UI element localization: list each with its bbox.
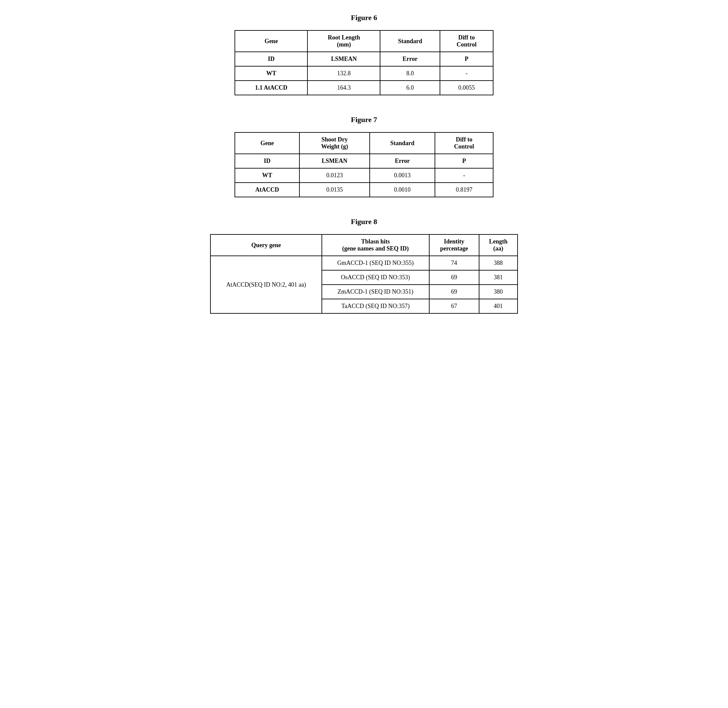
figure7-header-row2: ID LSMEAN Error P: [235, 154, 493, 168]
fig6-col1-h2: ID: [235, 52, 308, 66]
fig7-col2-h1: Shoot DryWeight (g): [299, 132, 370, 154]
fig8-identity1: 74: [429, 256, 479, 270]
fig8-length3: 380: [479, 284, 517, 299]
fig6-col1-h1: Gene: [235, 30, 308, 52]
fig8-identity4: 67: [429, 299, 479, 313]
figure6-table: Gene Root Length(mm) Standard Diff toCon…: [234, 30, 494, 95]
fig8-query-gene: AtACCD(SEQ ID NO:2, 401 aa): [211, 256, 322, 313]
fig7-col4-h2: P: [435, 154, 493, 168]
fig8-hit1: GmACCD-1 (SEQ ID NO:355): [322, 256, 429, 270]
fig8-hit2: OsACCD (SEQ ID NO:353): [322, 270, 429, 284]
figure8-section: Figure 8 Query gene Tblasn hits(gene nam…: [202, 218, 526, 314]
fig8-col2-header: Tblasn hits(gene names and SEQ ID): [322, 234, 429, 256]
fig6-col3-h2: Error: [380, 52, 440, 66]
fig7-col4-h1: Diff toControl: [435, 132, 493, 154]
fig6-col4-h2: P: [440, 52, 493, 66]
fig6-gene-ataccd: 1.1 AtACCD: [235, 81, 308, 95]
fig7-diff-wt: -: [435, 168, 493, 183]
fig6-error-ataccd: 6.0: [380, 81, 440, 95]
figure8-row1: AtACCD(SEQ ID NO:2, 401 aa) GmACCD-1 (SE…: [211, 256, 517, 270]
fig8-col1-header: Query gene: [211, 234, 322, 256]
fig7-diff-ataccd: 0.8197: [435, 183, 493, 197]
figure7-table: Gene Shoot DryWeight (g) Standard Diff t…: [234, 132, 494, 197]
figure7-row-wt: WT 0.0123 0.0013 -: [235, 168, 493, 183]
fig8-length1: 388: [479, 256, 517, 270]
fig8-identity3: 69: [429, 284, 479, 299]
fig7-col2-h2: LSMEAN: [299, 154, 370, 168]
fig7-lsmean-ataccd: 0.0135: [299, 183, 370, 197]
figure6-title: Figure 6: [202, 13, 526, 22]
fig6-col2-h1: Root Length(mm): [308, 30, 380, 52]
figure8-table: Query gene Tblasn hits(gene names and SE…: [210, 234, 518, 314]
fig7-col1-h2: ID: [235, 154, 299, 168]
fig8-col4-header: Length(aa): [479, 234, 517, 256]
fig7-error-ataccd: 0.0010: [370, 183, 435, 197]
figure6-row-wt: WT 132.8 8.0 -: [235, 66, 493, 81]
figure7-row-ataccd: AtACCD 0.0135 0.0010 0.8197: [235, 183, 493, 197]
figure6-row-ataccd: 1.1 AtACCD 164.3 6.0 0.0055: [235, 81, 493, 95]
fig6-col2-h2: LSMEAN: [308, 52, 380, 66]
fig7-error-wt: 0.0013: [370, 168, 435, 183]
figure7-section: Figure 7 Gene Shoot DryWeight (g) Standa…: [202, 115, 526, 197]
fig7-col3-h1: Standard: [370, 132, 435, 154]
fig8-identity2: 69: [429, 270, 479, 284]
fig7-col3-h2: Error: [370, 154, 435, 168]
fig8-length2: 381: [479, 270, 517, 284]
fig7-lsmean-wt: 0.0123: [299, 168, 370, 183]
fig8-length4: 401: [479, 299, 517, 313]
fig6-lsmean-wt: 132.8: [308, 66, 380, 81]
fig8-hit4: TaACCD (SEQ ID NO:357): [322, 299, 429, 313]
figure6-header-row1: Gene Root Length(mm) Standard Diff toCon…: [235, 30, 493, 52]
fig8-col3-header: Identitypercentage: [429, 234, 479, 256]
figure6-section: Figure 6 Gene Root Length(mm) Standard D…: [202, 13, 526, 95]
fig6-col3-h1: Standard: [380, 30, 440, 52]
fig6-error-wt: 8.0: [380, 66, 440, 81]
fig8-hit3: ZmACCD-1 (SEQ ID NO:351): [322, 284, 429, 299]
figure7-title: Figure 7: [202, 115, 526, 124]
fig7-col1-h1: Gene: [235, 132, 299, 154]
figure7-header-row1: Gene Shoot DryWeight (g) Standard Diff t…: [235, 132, 493, 154]
fig7-gene-ataccd: AtACCD: [235, 183, 299, 197]
fig6-diff-wt: -: [440, 66, 493, 81]
fig6-col4-h1: Diff toControl: [440, 30, 493, 52]
fig7-gene-wt: WT: [235, 168, 299, 183]
figure6-header-row2: ID LSMEAN Error P: [235, 52, 493, 66]
figure8-header-row: Query gene Tblasn hits(gene names and SE…: [211, 234, 517, 256]
figure8-title: Figure 8: [202, 218, 526, 226]
fig6-diff-ataccd: 0.0055: [440, 81, 493, 95]
fig6-gene-wt: WT: [235, 66, 308, 81]
fig6-lsmean-ataccd: 164.3: [308, 81, 380, 95]
